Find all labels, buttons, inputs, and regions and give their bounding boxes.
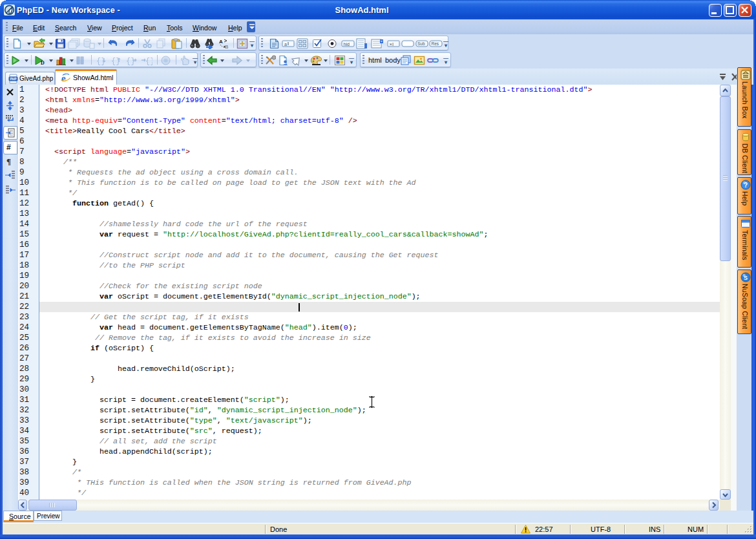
svg-text:Sub: Sub <box>417 41 425 46</box>
svg-text:S: S <box>744 275 748 281</box>
svg-text:B: B <box>225 44 228 49</box>
svg-text:{}: {} <box>145 57 152 66</box>
svg-text:a: a <box>284 42 287 47</box>
svg-text:A: A <box>219 39 223 45</box>
svg-text:{}: {} <box>126 57 135 66</box>
svg-text:D: D <box>41 60 45 66</box>
svg-text:PHP: PHP <box>10 78 16 81</box>
svg-text:Res: Res <box>432 41 439 46</box>
svg-text:×I: ×I <box>390 41 394 47</box>
svg-text:hid: hid <box>344 42 350 47</box>
svg-text:?: ? <box>744 182 748 189</box>
